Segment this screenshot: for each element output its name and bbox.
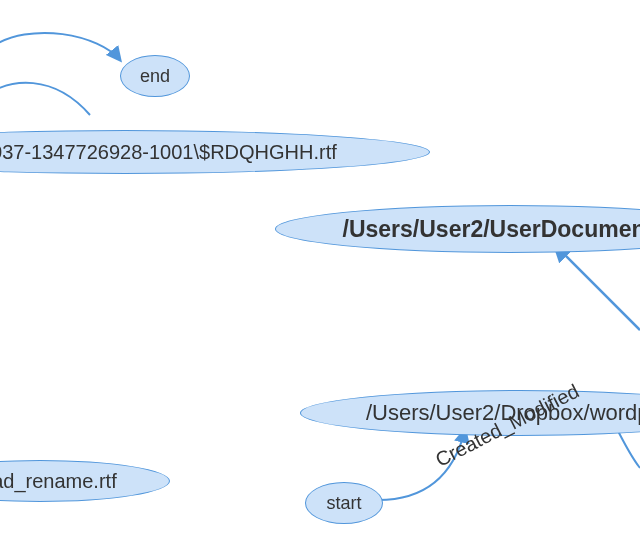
node-dropbox[interactable]: /Users/User2/Dropbox/wordpad bbox=[300, 390, 640, 436]
node-userdoc[interactable]: /Users/User2/UserDocument/w bbox=[275, 205, 640, 253]
node-recycle-rtf[interactable]: 4222170037-1347726928-1001\$RDQHGHH.rtf bbox=[0, 130, 430, 174]
node-rename-rtf-label: rdpad_rename.rtf bbox=[0, 470, 117, 493]
node-end[interactable]: end bbox=[120, 55, 190, 97]
node-userdoc-label: /Users/User2/UserDocument/w bbox=[343, 216, 640, 243]
node-end-label: end bbox=[140, 66, 170, 87]
node-recycle-rtf-label: 4222170037-1347726928-1001\$RDQHGHH.rtf bbox=[0, 141, 337, 164]
node-start-label: start bbox=[326, 493, 361, 514]
edge-into-userdoc bbox=[555, 245, 640, 330]
edge-arc-left bbox=[0, 83, 90, 115]
edge-top-left bbox=[0, 33, 120, 60]
node-rename-rtf[interactable]: rdpad_rename.rtf bbox=[0, 460, 170, 502]
graph-diagram: end 4222170037-1347726928-1001\$RDQHGHH.… bbox=[0, 0, 640, 555]
node-start[interactable]: start bbox=[305, 482, 383, 524]
